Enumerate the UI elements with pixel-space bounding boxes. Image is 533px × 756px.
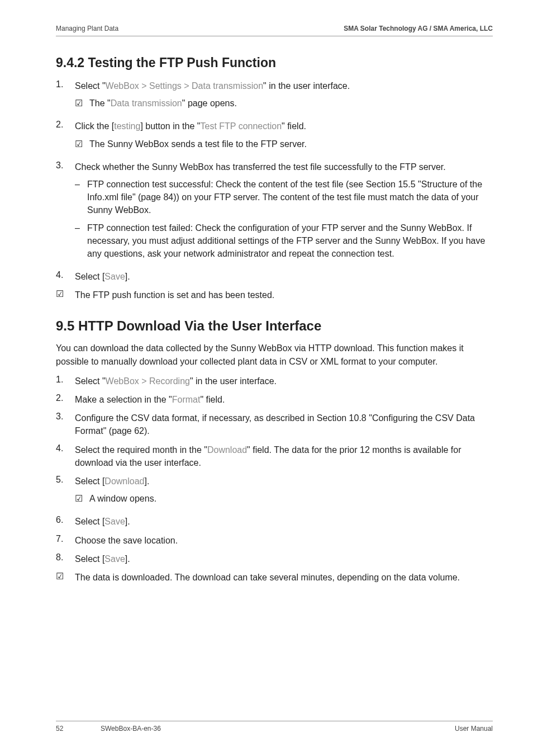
section-95-list: 1. Select "WebBox > Recording" in the us… <box>56 375 493 565</box>
section-942-title: 9.4.2 Testing the FTP Push Function <box>56 55 493 70</box>
list-item: 5. Select [Download]. ☑ A window opens. <box>56 475 493 509</box>
section-95-final-check: ☑ The data is downloaded. The download c… <box>56 571 493 584</box>
dash-icon: – <box>75 221 87 261</box>
item-body: Select [Save]. <box>75 552 493 565</box>
sub-body: A window opens. <box>89 492 493 505</box>
footer-page-number: 52 <box>56 725 63 733</box>
section-95-title: 9.5 HTTP Download Via the User Interface <box>56 318 493 334</box>
item-number: 5. <box>56 475 75 509</box>
item-number: 4. <box>56 443 75 469</box>
list-item: 1. Select "WebBox > Recording" in the us… <box>56 375 493 388</box>
item-body: Click the [testing] button in the "Test … <box>75 120 493 154</box>
page-header: Managing Plant Data SMA Solar Technology… <box>56 25 493 36</box>
item-body: Select "WebBox > Settings > Data transmi… <box>75 79 493 114</box>
list-item: 3. Configure the CSV data format, if nec… <box>56 412 493 437</box>
list-item: 3. Check whether the Sunny WebBox has tr… <box>56 160 493 264</box>
header-left: Managing Plant Data <box>56 25 118 32</box>
list-item: 4. Select the required month in the "Dow… <box>56 443 493 469</box>
item-number: 2. <box>56 120 75 154</box>
section-942-final-check: ☑ The FTP push function is set and has b… <box>56 289 493 301</box>
item-body: Select "WebBox > Recording" in the user … <box>75 375 493 388</box>
item-body: Check whether the Sunny WebBox has trans… <box>75 160 493 264</box>
sub-body: FTP connection test failed: Check the co… <box>87 221 493 261</box>
list-item: 8. Select [Save]. <box>56 552 493 565</box>
sub-dash: – FTP connection test failed: Check the … <box>75 221 493 261</box>
sub-body: FTP connection test successful: Check th… <box>87 178 493 217</box>
item-number: 6. <box>56 515 75 528</box>
item-body: Select [Save]. <box>75 270 493 283</box>
check-icon: ☑ <box>75 138 89 150</box>
sub-body: The "Data transmission" page opens. <box>89 97 493 110</box>
item-number: 1. <box>56 375 75 388</box>
item-number: 8. <box>56 552 75 565</box>
list-item: 7. Choose the save location. <box>56 534 493 547</box>
check-icon: ☑ <box>75 97 89 110</box>
check-icon: ☑ <box>56 289 75 301</box>
item-number: 2. <box>56 393 75 406</box>
page-footer: 52 SWebBox-BA-en-36 User Manual <box>56 721 493 733</box>
list-item: 1. Select "WebBox > Settings > Data tran… <box>56 79 493 114</box>
check-body: The FTP push function is set and has bee… <box>75 289 493 301</box>
list-item: 2. Make a selection in the "Format" fiel… <box>56 393 493 406</box>
section-95-intro: You can download the data collected by t… <box>56 342 493 367</box>
list-item: 4. Select [Save]. <box>56 270 493 283</box>
item-number: 4. <box>56 270 75 283</box>
sub-dash: – FTP connection test successful: Check … <box>75 178 493 217</box>
item-body: Select [Save]. <box>75 515 493 528</box>
check-body: The data is downloaded. The download can… <box>75 571 493 584</box>
list-item: 6. Select [Save]. <box>56 515 493 528</box>
item-body: Select the required month in the "Downlo… <box>75 443 493 469</box>
footer-doc-id: SWebBox-BA-en-36 <box>101 725 161 733</box>
check-icon: ☑ <box>75 492 89 505</box>
list-item: 2. Click the [testing] button in the "Te… <box>56 120 493 154</box>
item-body: Make a selection in the "Format" field. <box>75 393 493 406</box>
item-number: 3. <box>56 412 75 437</box>
sub-check: ☑ The Sunny WebBox sends a test file to … <box>75 138 493 150</box>
check-icon: ☑ <box>56 571 75 584</box>
item-body: Select [Download]. ☑ A window opens. <box>75 475 493 509</box>
footer-manual-type: User Manual <box>455 725 493 733</box>
item-number: 1. <box>56 79 75 114</box>
dash-icon: – <box>75 178 87 217</box>
sub-check: ☑ A window opens. <box>75 492 493 505</box>
header-right: SMA Solar Technology AG / SMA America, L… <box>344 25 493 32</box>
item-body: Choose the save location. <box>75 534 493 547</box>
item-number: 7. <box>56 534 75 547</box>
section-942-list: 1. Select "WebBox > Settings > Data tran… <box>56 79 493 283</box>
sub-body: The Sunny WebBox sends a test file to th… <box>89 138 493 150</box>
item-number: 3. <box>56 160 75 264</box>
item-body: Configure the CSV data format, if necess… <box>75 412 493 437</box>
sub-check: ☑ The "Data transmission" page opens. <box>75 97 493 110</box>
